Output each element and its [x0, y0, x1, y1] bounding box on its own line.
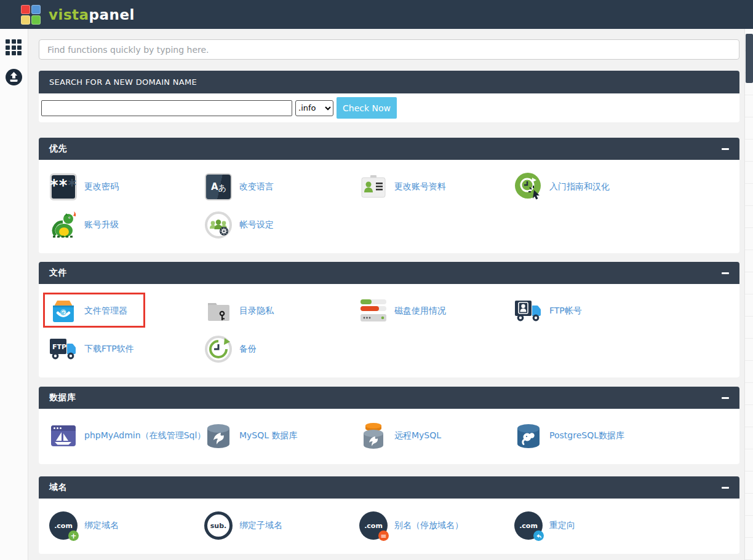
item-subdomains[interactable]: sub. 绑定子域名: [194, 507, 349, 545]
section-files-header: 文件: [39, 262, 739, 284]
equals-badge-icon: =: [378, 530, 389, 541]
getting-started-icon: [514, 173, 543, 201]
section-title: 文件: [49, 267, 67, 278]
item-postgresql[interactable]: PostgreSQL数据库: [504, 417, 659, 455]
brand-vista: vista: [49, 7, 89, 23]
collapse-icon[interactable]: [722, 148, 729, 150]
apps-grid-icon[interactable]: [6, 39, 22, 55]
item-phpmyadmin[interactable]: phpMyAdmin（在线管理Sql）: [39, 417, 194, 455]
item-account-upgrade[interactable]: 账号升级: [39, 206, 194, 244]
folder-privacy-icon: [204, 297, 233, 325]
item-label: 更改账号资料: [394, 181, 446, 192]
logo-square-red: [21, 5, 30, 14]
section-preferred: 优先 *** 更改密码 Aあ 改变语言: [39, 138, 739, 253]
item-label: 改变语言: [239, 181, 274, 192]
postgresql-icon: [514, 422, 543, 450]
item-redirects[interactable]: .com 重定向: [504, 507, 659, 545]
section-domains-header: 域名: [39, 476, 739, 499]
item-ftp-accounts[interactable]: FTP帐号: [504, 292, 659, 330]
section-databases: 数据库 phpMyAdmin（在线管理: [39, 387, 739, 464]
domain-search-panel: SEARCH FOR A NEW DOMAIN NAME .info Check…: [39, 71, 739, 122]
parked-domain-icon: .com =: [359, 511, 388, 540]
redirect-arrow-badge-icon: [533, 530, 544, 541]
item-label: 文件管理器: [84, 306, 127, 317]
main-content: SEARCH FOR A NEW DOMAIN NAME .info Check…: [39, 39, 739, 560]
item-account-settings[interactable]: 帐号设定: [194, 206, 349, 244]
item-disk-usage[interactable]: 磁盘使用情况: [349, 292, 504, 330]
item-label: phpMyAdmin（在线管理Sql）: [84, 430, 205, 441]
domain-search-body: .info Check Now: [39, 93, 739, 122]
item-label: FTP帐号: [549, 306, 582, 317]
mysql-icon: [204, 422, 233, 450]
addon-domain-icon: .com +: [49, 511, 78, 540]
tld-select[interactable]: .info: [295, 100, 333, 116]
subdomain-icon: sub.: [204, 511, 233, 540]
item-label: 备份: [239, 344, 257, 355]
item-change-language[interactable]: Aあ 改变语言: [194, 168, 349, 206]
item-label: 别名（停放域名）: [394, 520, 463, 531]
item-addon-domains[interactable]: .com + 绑定域名: [39, 507, 194, 545]
logo-square-green: [31, 15, 41, 25]
item-label: PostgreSQL数据库: [549, 430, 624, 441]
item-label: 帐号设定: [239, 219, 274, 231]
item-backup[interactable]: 备份: [194, 330, 349, 368]
item-contact-info[interactable]: 更改账号资料: [349, 168, 504, 206]
section-title: 优先: [49, 143, 67, 154]
section-preferred-header: 优先: [39, 138, 739, 160]
item-parked-domains[interactable]: .com = 别名（停放域名）: [349, 507, 504, 545]
domain-search-header: SEARCH FOR A NEW DOMAIN NAME: [39, 71, 739, 93]
section-databases-body: phpMyAdmin（在线管理Sql） MySQL 数据库: [39, 409, 739, 464]
plus-badge-icon: +: [68, 530, 79, 541]
item-label: 下载FTP软件: [84, 344, 134, 355]
left-sidebar: [0, 29, 28, 560]
dragon-upgrade-icon: [49, 211, 78, 239]
item-label: MySQL 数据库: [239, 430, 298, 441]
upload-icon[interactable]: [6, 69, 22, 85]
quick-find-input[interactable]: [39, 39, 739, 60]
domain-name-input[interactable]: [41, 100, 292, 116]
ftp-account-icon: [514, 297, 543, 325]
section-domains: 域名 .com + 绑定域名 sub. 绑定子域名: [39, 476, 739, 554]
section-databases-header: 数据库: [39, 387, 739, 409]
check-now-button[interactable]: Check Now: [337, 97, 397, 119]
item-change-password[interactable]: *** 更改密码: [39, 168, 194, 206]
brand-title: vistapanel: [49, 7, 135, 23]
password-icon: ***: [49, 173, 78, 201]
item-label: 目录隐私: [239, 306, 274, 317]
language-icon: Aあ: [204, 173, 233, 201]
top-header: vistapanel: [0, 0, 753, 29]
item-getting-started[interactable]: 入门指南和汉化: [504, 168, 659, 206]
item-directory-privacy[interactable]: 目录隐私: [194, 292, 349, 330]
vistapanel-page: vistapanel SEARCH FOR A NEW DOMAIN NAME …: [0, 0, 753, 560]
item-ftp-software[interactable]: FTP 下载FTP软件: [39, 330, 194, 368]
page-scrollbar[interactable]: [744, 29, 753, 560]
collapse-icon[interactable]: [722, 487, 729, 489]
item-label: 更改密码: [84, 181, 119, 192]
remote-mysql-icon: [359, 422, 388, 450]
file-manager-icon: [49, 297, 78, 325]
logo-square-yellow: [21, 15, 30, 25]
redirect-icon: .com: [514, 511, 543, 540]
item-label: 磁盘使用情况: [394, 306, 446, 317]
item-label: 远程MySQL: [394, 430, 441, 441]
collapse-icon[interactable]: [722, 272, 729, 274]
disk-usage-icon: [359, 297, 388, 325]
item-label: 绑定子域名: [239, 520, 282, 531]
item-file-manager[interactable]: 文件管理器: [39, 292, 194, 330]
item-label: 绑定域名: [84, 520, 119, 531]
ftp-software-icon: FTP: [49, 335, 78, 363]
item-label: 入门指南和汉化: [549, 181, 610, 192]
item-mysql-databases[interactable]: MySQL 数据库: [194, 417, 349, 455]
contact-card-icon: [359, 173, 388, 201]
item-remote-mysql[interactable]: 远程MySQL: [349, 417, 504, 455]
collapse-icon[interactable]: [722, 397, 729, 399]
section-title: 域名: [49, 482, 67, 493]
domain-search-title: SEARCH FOR A NEW DOMAIN NAME: [49, 77, 197, 87]
svg-text:FTP: FTP: [52, 343, 66, 351]
section-files: 文件 文件管理器: [39, 262, 739, 377]
account-settings-icon: [204, 211, 233, 239]
logo-square-blue: [31, 5, 41, 14]
section-title: 数据库: [49, 392, 76, 403]
vistapanel-logo-icon: [21, 5, 41, 25]
scrollbar-thumb[interactable]: [746, 34, 753, 83]
